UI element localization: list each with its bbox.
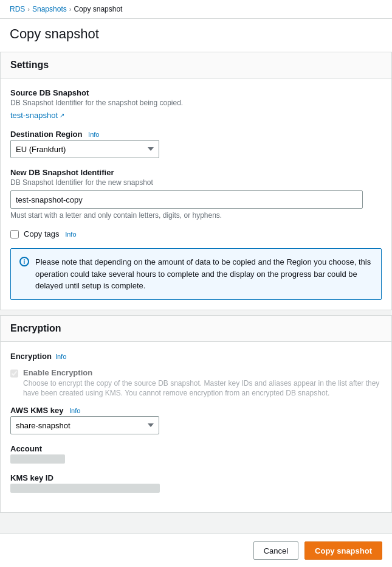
account-group: Account — [10, 444, 382, 464]
settings-section-header: Settings — [1, 52, 391, 78]
destination-region-info[interactable]: Info — [88, 131, 99, 138]
cancel-button[interactable]: Cancel — [253, 541, 298, 560]
settings-section: Settings Source DB Snapshot DB Snapshot … — [0, 52, 392, 310]
enable-encryption-desc: Choose to encrypt the copy of the source… — [23, 378, 382, 399]
destination-region-select[interactable]: EU (Frankfurt) US East (N. Virginia) US … — [10, 140, 159, 158]
external-link-icon: ↗ — [60, 112, 64, 119]
account-label: Account — [10, 444, 382, 453]
copy-snapshot-button[interactable]: Copy snapshot — [304, 541, 382, 560]
new-snapshot-id-input[interactable] — [10, 190, 363, 209]
new-snapshot-id-desc: DB Snapshot Identifier for the new snaps… — [10, 178, 382, 187]
encryption-info[interactable]: Info — [55, 353, 66, 360]
breadcrumb-snapshots[interactable]: Snapshots — [32, 5, 67, 13]
kms-key-id-value — [10, 484, 160, 493]
destination-region-label: Destination Region Info — [10, 130, 382, 139]
encryption-field-label: Encryption — [10, 352, 52, 361]
kms-key-id-label: KMS key ID — [10, 473, 382, 482]
breadcrumb: RDS › Snapshots › Copy snapshot — [0, 0, 392, 19]
copy-tags-row: Copy tags Info — [10, 229, 382, 238]
new-snapshot-id-group: New DB Snapshot Identifier DB Snapshot I… — [10, 168, 382, 220]
breadcrumb-rds[interactable]: RDS — [10, 5, 25, 13]
footer: Cancel Copy snapshot — [0, 534, 392, 567]
kms-key-id-group: KMS key ID — [10, 473, 382, 493]
copy-tags-checkbox[interactable] — [10, 230, 19, 238]
breadcrumb-sep-1: › — [27, 5, 30, 13]
account-value — [10, 454, 65, 464]
source-db-snapshot-label: Source DB Snapshot — [10, 88, 382, 97]
breadcrumb-current: Copy snapshot — [74, 5, 122, 13]
kms-key-info[interactable]: Info — [69, 407, 80, 414]
enable-encryption-checkbox — [10, 369, 18, 378]
new-snapshot-id-hint: Must start with a letter and only contai… — [10, 211, 382, 220]
new-snapshot-id-label: New DB Snapshot Identifier — [10, 168, 382, 177]
encryption-section: Encryption Encryption Info Enable Encryp… — [0, 315, 392, 513]
source-db-snapshot-desc: DB Snapshot Identifier for the snapshot … — [10, 99, 382, 107]
enable-encryption-wrapper: Enable Encryption Choose to encrypt the … — [10, 368, 382, 399]
enable-encryption-label: Enable Encryption — [23, 368, 382, 377]
encryption-section-header: Encryption — [1, 316, 391, 342]
info-box-text: Please note that depending on the amount… — [35, 256, 373, 292]
source-db-snapshot-group: Source DB Snapshot DB Snapshot Identifie… — [10, 88, 382, 120]
destination-region-group: Destination Region Info EU (Frankfurt) U… — [10, 130, 382, 158]
encryption-label-row: Encryption Info — [10, 352, 382, 362]
breadcrumb-sep-2: › — [69, 5, 72, 13]
kms-key-label: AWS KMS key Info — [10, 406, 382, 415]
kms-key-group: AWS KMS key Info share-snapshot (default… — [10, 406, 382, 434]
page-title: Copy snapshot — [0, 19, 392, 52]
copy-tags-info[interactable]: Info — [65, 231, 76, 238]
info-icon: i — [19, 257, 29, 266]
info-box: i Please note that depending on the amou… — [10, 248, 382, 300]
copy-tags-label[interactable]: Copy tags Info — [24, 229, 77, 238]
kms-key-select[interactable]: share-snapshot (default) aws/rds custom-… — [10, 416, 159, 434]
source-db-snapshot-link[interactable]: test-snapshot ↗ — [10, 111, 64, 120]
